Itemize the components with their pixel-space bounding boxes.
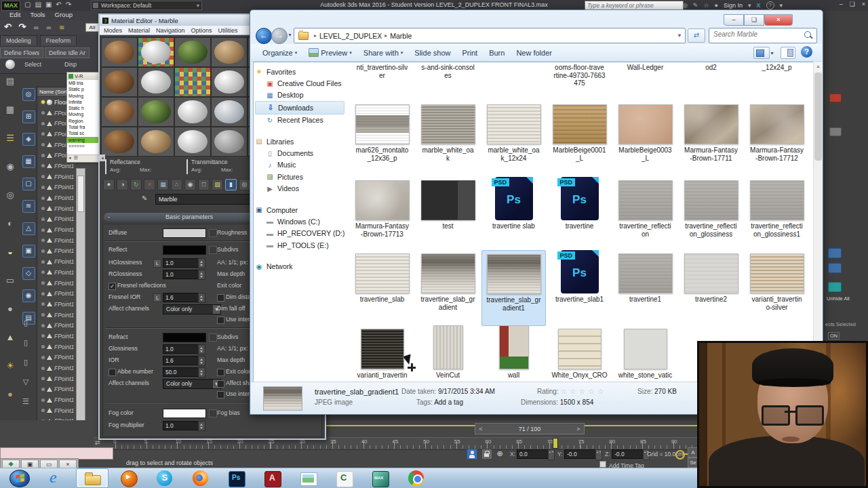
scene-object-row[interactable]: FPoint1 — [37, 224, 99, 235]
previous-frame-button[interactable]: < — [475, 426, 486, 432]
command-bar-button[interactable]: Organize ▾ — [262, 49, 297, 57]
glossiness-field[interactable]: 1.0 — [163, 344, 199, 354]
sidebar-item[interactable]: HP_TOOLS (E:) — [255, 239, 344, 251]
file-item[interactable]: Wall-Ledger — [614, 62, 677, 101]
file-item[interactable]: s-and-sink-consol es — [416, 62, 479, 101]
spinner-control[interactable] — [198, 344, 205, 354]
exit-color-checkbox[interactable] — [217, 369, 224, 376]
tool-icon[interactable]: ◎ — [22, 88, 35, 101]
selection-lock-toggle[interactable] — [481, 449, 492, 460]
redo-icon[interactable]: ↷ — [18, 22, 26, 32]
material-tool-icon[interactable]: ∴ — [171, 179, 182, 190]
material-sample-slot[interactable] — [138, 67, 174, 97]
file-item[interactable]: varianti_travertin — [351, 326, 414, 383]
fresnel-ior-field[interactable]: 1.6 — [163, 293, 199, 302]
sidebar-item[interactable]: Pictures — [255, 171, 344, 182]
command-bar-button[interactable]: Slide show — [414, 49, 450, 57]
ribbon-tab[interactable]: Modeling — [0, 35, 37, 45]
tool-icon[interactable]: ▦ — [6, 104, 14, 115]
file-item[interactable]: PSD Ps travertine — [548, 177, 611, 250]
tool-icon[interactable]: ◐ — [7, 218, 13, 228]
taskbar-button[interactable] — [4, 469, 35, 487]
tool-icon[interactable]: ▯ — [24, 319, 28, 327]
time-slider[interactable]: < 71 / 100 > — [475, 423, 585, 434]
material-tool-icon[interactable]: ▦ — [157, 179, 169, 190]
material-tool-icon[interactable]: ◑ — [117, 179, 128, 190]
scene-object-row[interactable]: FPoint1 — [37, 405, 99, 416]
reflect-map-button[interactable] — [209, 246, 217, 254]
ribbon-tab[interactable]: Freeform — [40, 35, 77, 45]
3dsmax-logo-icon[interactable]: MAX — [1, 1, 20, 11]
sidebar-item[interactable]: Videos — [255, 183, 344, 195]
file-item[interactable]: travertine2 — [679, 250, 743, 326]
exchange-apps-icon[interactable]: X — [756, 2, 760, 9]
command-bar-button[interactable]: Burn — [489, 49, 505, 57]
menu-item[interactable]: Material — [128, 27, 150, 34]
scene-object-row[interactable]: FPoint1 — [37, 394, 99, 405]
lock-toggle[interactable]: L — [153, 293, 161, 302]
breadcrumb-item[interactable]: LEVEL_2_DUPLEX — [319, 32, 382, 40]
material-sample-slot[interactable] — [138, 127, 174, 157]
eyedropper-icon[interactable]: ✎ — [142, 195, 147, 202]
menu-item[interactable]: Utilities — [218, 27, 238, 34]
material-sample-slot[interactable] — [101, 97, 138, 127]
file-item[interactable]: MarbleBeige0003 _L — [614, 101, 677, 177]
sidebar-item[interactable]: Windows (C:) — [255, 216, 344, 227]
spinner-control[interactable] — [198, 421, 205, 431]
link-icon[interactable]: ∞ — [34, 24, 39, 31]
taskbar-button[interactable] — [293, 469, 324, 487]
panel-button[interactable] — [828, 263, 842, 273]
material-sample-slot[interactable] — [211, 37, 248, 67]
tool-icon[interactable]: ≋ — [22, 200, 35, 213]
material-tool-icon[interactable]: ◎ — [239, 179, 250, 190]
scene-object-row[interactable]: FPoint1 — [37, 384, 99, 395]
scene-object-row[interactable]: FPoint1 — [37, 363, 99, 373]
command-bar-button[interactable]: Print — [462, 49, 478, 57]
file-item[interactable]: _12x24_p — [745, 62, 808, 101]
scrollbar[interactable]: ▲ ▼ — [813, 62, 823, 382]
sidebar-item[interactable] — [255, 251, 344, 260]
material-sample-slot[interactable] — [174, 127, 211, 157]
file-item[interactable]: white_stone_vatic — [614, 326, 677, 383]
sign-in-button[interactable]: Sign In — [724, 2, 743, 9]
tool-icon[interactable]: ◒ — [7, 247, 13, 257]
tool-icon[interactable]: ▢ — [22, 178, 35, 190]
file-item[interactable]: travertine1 — [614, 250, 677, 326]
history-dropdown-icon[interactable]: ▼ — [288, 33, 292, 37]
spinner-control[interactable]: ▲▼ — [595, 449, 602, 460]
selection-filter-dropdown[interactable]: All — [85, 23, 99, 32]
toolbar-icon[interactable]: ▣ — [45, 1, 52, 8]
ribbon-button[interactable]: Define Idle Ar — [45, 47, 90, 58]
sidebar-item[interactable]: Downloads — [255, 101, 344, 114]
help-icon[interactable]: ? — [766, 1, 774, 9]
fog-color-swatch[interactable] — [163, 409, 206, 418]
chevron-down-icon[interactable]: ▾ — [748, 2, 751, 9]
fog-map-button[interactable] — [209, 409, 217, 418]
material-tool-icon[interactable]: ▮ — [225, 179, 237, 190]
panel-scrollbar[interactable] — [76, 168, 85, 435]
material-tool-icon[interactable]: ● — [103, 179, 115, 190]
toolbar-icon[interactable]: ▢ — [24, 1, 31, 8]
sidebar-item[interactable] — [255, 126, 344, 136]
material-sample-slot[interactable] — [211, 67, 248, 97]
sidebar-item[interactable]: Libraries — [255, 136, 344, 147]
close-button[interactable]: × — [764, 14, 793, 26]
material-sample-slot[interactable] — [101, 127, 138, 157]
file-item[interactable]: Marmura-Fantasy -Brown-17713 — [351, 177, 414, 250]
scene-object-row[interactable]: FPoint1 — [37, 235, 99, 246]
scene-object-row[interactable]: FPoint1 — [37, 331, 99, 342]
spinner-control[interactable] — [198, 270, 205, 280]
scene-object-row[interactable]: FPoint1 — [37, 256, 99, 267]
sidebar-item[interactable]: Desktop — [255, 89, 344, 101]
spinner-control[interactable] — [198, 367, 205, 378]
forward-button[interactable]: → — [271, 28, 288, 44]
maximize-button[interactable]: ❏ — [744, 14, 764, 26]
fresnel-checkbox[interactable]: ✓ — [108, 283, 116, 290]
toolbar-icon[interactable]: ↶ — [56, 1, 61, 8]
tool-icon[interactable]: ☰ — [22, 397, 29, 406]
sidebar-item[interactable]: Network — [255, 260, 344, 272]
search-input[interactable] — [712, 30, 796, 39]
breadcrumb-item[interactable]: Marble — [390, 32, 412, 40]
tool-icon[interactable]: ⊞ — [22, 110, 35, 123]
spinner-control[interactable] — [198, 258, 205, 268]
